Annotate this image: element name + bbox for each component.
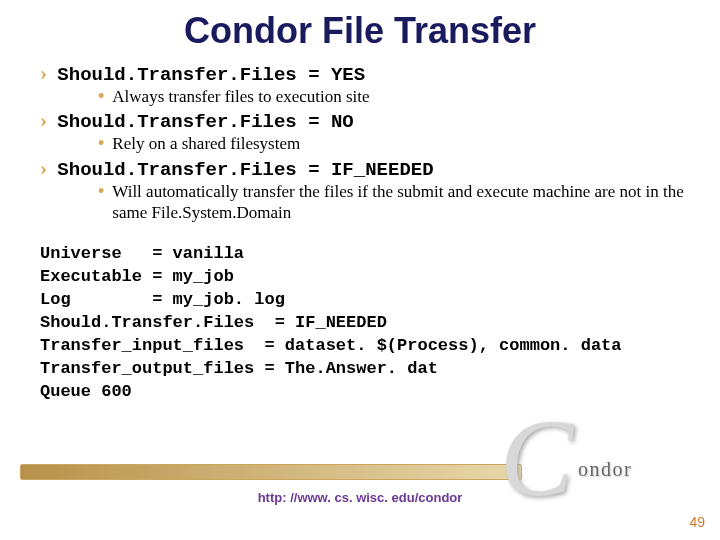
page-number: 49	[689, 514, 705, 530]
dot-icon: •	[98, 87, 104, 105]
dot-icon: •	[98, 182, 104, 200]
code-block: Universe = vanilla Executable = my_job L…	[40, 243, 690, 404]
chevron-icon: ›	[40, 157, 47, 179]
sub-bullet-item: • Rely on a shared filesystem	[98, 133, 690, 154]
bullet-label: Should.Transfer.Files = NO	[57, 111, 353, 133]
chevron-icon: ›	[40, 62, 47, 84]
sub-bullet-item: • Will automatically transfer the files …	[98, 181, 690, 224]
slide-title: Condor File Transfer	[30, 10, 690, 52]
footer-url: http: //www. cs. wisc. edu/condor	[0, 490, 720, 505]
sub-bullet-text: Always transfer files to execution site	[112, 86, 369, 107]
dot-icon: •	[98, 134, 104, 152]
sub-bullet-text: Will automatically transfer the files if…	[112, 181, 690, 224]
bullet-item: › Should.Transfer.Files = IF_NEEDED	[40, 157, 690, 181]
divider-bar	[20, 464, 522, 480]
sub-bullet-item: • Always transfer files to execution sit…	[98, 86, 690, 107]
bullet-item: › Should.Transfer.Files = NO	[40, 109, 690, 133]
bullet-item: › Should.Transfer.Files = YES	[40, 62, 690, 86]
logo-word: ondor	[578, 458, 632, 481]
chevron-icon: ›	[40, 109, 47, 131]
sub-bullet-text: Rely on a shared filesystem	[112, 133, 300, 154]
bullet-label: Should.Transfer.Files = YES	[57, 64, 365, 86]
bullet-label: Should.Transfer.Files = IF_NEEDED	[57, 159, 433, 181]
condor-logo: C ondor	[510, 420, 670, 520]
